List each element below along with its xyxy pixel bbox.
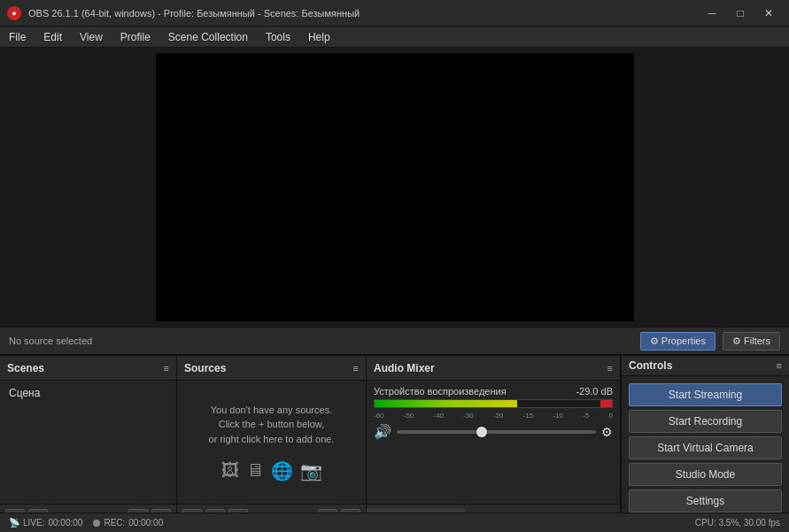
- audio-mute-icon[interactable]: 🔊: [374, 423, 391, 440]
- source-bar: No source selected ⚙ Properties ⚙ Filter…: [0, 327, 789, 355]
- status-live: 📡 LIVE: 00:00:00: [9, 518, 82, 528]
- controls-panel: Controls ≡ Start Streaming Start Recordi…: [621, 356, 789, 532]
- live-time: 00:00:00: [48, 518, 82, 528]
- rec-dot: [93, 520, 100, 527]
- close-button[interactable]: ✕: [755, 4, 782, 22]
- rec-time: 00:00:00: [128, 518, 163, 528]
- scenes-panel-icon: ≡: [164, 363, 169, 374]
- menu-scene-collection[interactable]: Scene Collection: [159, 27, 257, 47]
- audio-panel: Audio Mixer ≡ Устройство воспроизведения…: [367, 356, 621, 532]
- sources-panel: Sources ≡ You don't have any sources. Cl…: [177, 356, 367, 532]
- scenes-panel-header: Scenes ≡: [0, 356, 176, 381]
- menu-view[interactable]: View: [71, 27, 112, 47]
- sources-panel-icon: ≡: [353, 363, 359, 374]
- image-icon: 🖼: [221, 460, 239, 482]
- settings-button[interactable]: Settings: [629, 490, 782, 513]
- audio-channel-db: -29.0 dB: [576, 386, 613, 397]
- start-streaming-button[interactable]: Start Streaming: [629, 383, 782, 406]
- audio-level-bar: [374, 399, 613, 408]
- live-icon: 📡: [9, 518, 19, 528]
- menu-tools[interactable]: Tools: [257, 27, 299, 47]
- audio-level-green: [375, 400, 517, 407]
- audio-level-red: [600, 400, 612, 407]
- maximize-button[interactable]: □: [727, 4, 754, 22]
- rec-label: REC:: [104, 518, 125, 528]
- controls-panel-title: Controls: [629, 359, 672, 372]
- filters-button[interactable]: ⚙ Filters: [723, 332, 780, 351]
- window-title: OBS 26.1.1 (64-bit, windows) - Profile: …: [28, 8, 699, 19]
- properties-button[interactable]: ⚙ Properties: [640, 332, 716, 351]
- statusbar: 📡 LIVE: 00:00:00 REC: 00:00:00 CPU: 3.5%…: [0, 513, 789, 532]
- preview-container: [0, 48, 789, 327]
- audio-channels: Устройство воспроизведения -29.0 dB -60 …: [367, 381, 620, 504]
- app-icon: ●: [7, 6, 21, 20]
- scenes-panel-title: Scenes: [7, 362, 44, 374]
- audio-ruler: -60 -50 -40 -30 -20 -15 -10 -5 0: [374, 412, 613, 420]
- audio-settings-icon[interactable]: ⚙: [601, 425, 613, 439]
- live-label: LIVE:: [23, 518, 44, 528]
- menu-help[interactable]: Help: [299, 27, 339, 47]
- browser-icon: 🌐: [271, 460, 293, 482]
- minimize-button[interactable]: ─: [699, 4, 725, 22]
- status-rec: REC: 00:00:00: [93, 518, 163, 528]
- controls-panel-icon: ≡: [777, 360, 782, 371]
- start-recording-button[interactable]: Start Recording: [629, 410, 782, 433]
- cpu-label: CPU: 3.5%, 30.00 fps: [695, 518, 780, 528]
- controls-panel-header: Controls ≡: [622, 356, 789, 376]
- sources-panel-title: Sources: [184, 362, 226, 374]
- menubar: File Edit View Profile Scene Collection …: [0, 27, 789, 48]
- volume-thumb[interactable]: [476, 427, 487, 437]
- audio-panel-header: Audio Mixer ≡: [367, 356, 620, 381]
- audio-panel-icon: ≡: [607, 363, 613, 374]
- audio-channel-name: Устройство воспроизведения: [374, 386, 507, 397]
- sources-list[interactable]: You don't have any sources. Click the + …: [177, 381, 366, 504]
- camera-icon: 📷: [300, 460, 322, 482]
- sources-panel-header: Sources ≡: [177, 356, 366, 381]
- controls-buttons: Start Streaming Start Recording Start Vi…: [622, 376, 789, 532]
- scenes-list: Сцена: [0, 381, 176, 504]
- menu-file[interactable]: File: [0, 27, 35, 47]
- scene-item[interactable]: Сцена: [4, 384, 173, 402]
- status-cpu: CPU: 3.5%, 30.00 fps: [695, 518, 780, 528]
- main-area: No source selected ⚙ Properties ⚙ Filter…: [0, 48, 789, 532]
- display-icon: 🖥: [246, 460, 264, 482]
- start-virtual-camera-button[interactable]: Start Virtual Camera: [629, 436, 782, 459]
- titlebar-controls: ─ □ ✕: [699, 4, 782, 22]
- audio-channel-1: Устройство воспроизведения -29.0 dB -60 …: [374, 386, 613, 440]
- sources-empty-text: You don't have any sources. Click the + …: [209, 403, 335, 447]
- audio-panel-title: Audio Mixer: [374, 362, 435, 374]
- sources-add-icons: 🖼 🖥 🌐 📷: [221, 460, 322, 482]
- titlebar: ● OBS 26.1.1 (64-bit, windows) - Profile…: [0, 0, 789, 27]
- preview-canvas: [156, 53, 634, 321]
- volume-slider[interactable]: [397, 430, 596, 434]
- audio-controls-row: 🔊 ⚙: [374, 423, 613, 440]
- source-bar-text: No source selected: [9, 335, 633, 346]
- studio-mode-button[interactable]: Studio Mode: [629, 463, 782, 486]
- scenes-panel: Scenes ≡ Сцена + − ∧ ∨: [0, 356, 177, 532]
- bottom-panels: Scenes ≡ Сцена + − ∧ ∨ Sources ≡ You: [0, 355, 789, 532]
- menu-edit[interactable]: Edit: [35, 27, 71, 47]
- menu-profile[interactable]: Profile: [112, 27, 159, 47]
- audio-channel-header: Устройство воспроизведения -29.0 dB: [374, 386, 613, 397]
